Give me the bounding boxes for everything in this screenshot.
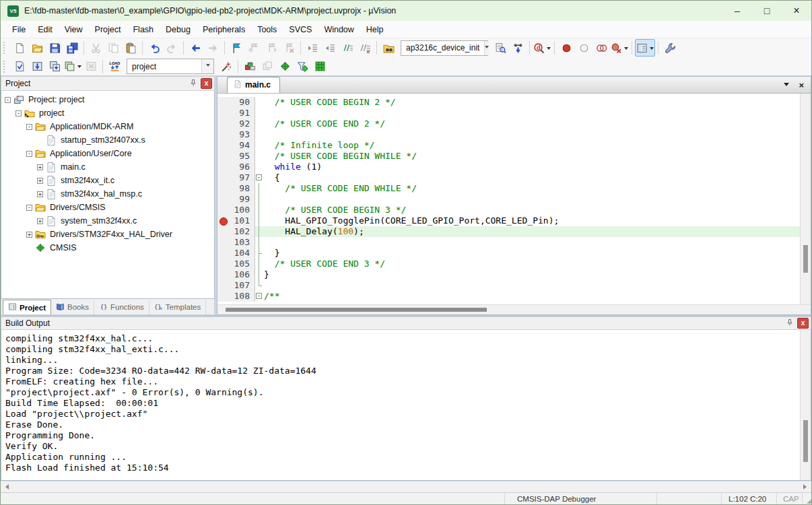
fold-margin[interactable]: [255, 119, 264, 129]
save-button[interactable]: [46, 40, 63, 56]
copy-button[interactable]: [104, 40, 122, 56]
expand-toggle[interactable]: +: [37, 191, 43, 197]
component-filter-button[interactable]: [294, 59, 311, 75]
code-line[interactable]: 107: [217, 280, 800, 291]
stop-build-button[interactable]: [82, 59, 100, 75]
line-number[interactable]: 94: [217, 140, 255, 151]
code-line-highlighted[interactable]: 102 HAL_Delay(100);: [217, 226, 800, 237]
undo-button[interactable]: [145, 40, 163, 56]
find-text-combo[interactable]: ap3216c_device_init: [401, 40, 488, 56]
select-packs-button[interactable]: [276, 59, 294, 75]
tree-item[interactable]: -Application/MDK-ARM: [1, 120, 214, 133]
editor-hscroll-thumb[interactable]: [226, 308, 487, 312]
code-line[interactable]: 90 /* USER CODE BEGIN 2 */: [217, 97, 800, 108]
code-text[interactable]: }: [264, 269, 800, 280]
find-in-files-button[interactable]: [380, 40, 397, 56]
tree-item[interactable]: +system_stm32f4xx.c: [1, 214, 214, 228]
fold-margin[interactable]: [255, 215, 264, 226]
code-text[interactable]: /* USER CODE BEGIN 2 */: [264, 97, 800, 108]
manage-items-button[interactable]: [259, 59, 276, 75]
line-number[interactable]: 96: [217, 162, 255, 172]
code-text[interactable]: [264, 237, 800, 248]
incremental-find-button[interactable]: [509, 40, 527, 56]
code-line[interactable]: 94 /* Infinite loop */: [217, 140, 800, 151]
insert-breakpoint-button[interactable]: [557, 40, 575, 56]
code-line[interactable]: 101 HAL_GPIO_TogglePin(CORE_LED_GPIO_Por…: [217, 215, 800, 226]
save-all-button[interactable]: [63, 40, 81, 56]
redo-button[interactable]: [163, 40, 180, 56]
tab-main-c[interactable]: main.c: [227, 77, 280, 93]
indent-button[interactable]: [304, 40, 321, 56]
select-target-combo-value[interactable]: project: [127, 62, 201, 71]
toggle-breakpoint-button[interactable]: [575, 40, 593, 56]
line-number[interactable]: 98: [217, 183, 255, 194]
panel-tab-project[interactable]: Project: [3, 300, 51, 314]
code-line[interactable]: 106}: [217, 269, 800, 280]
line-number[interactable]: 105: [217, 259, 255, 269]
line-number[interactable]: 99: [217, 194, 255, 205]
fold-margin[interactable]: [255, 183, 264, 194]
menu-peripherals[interactable]: Peripherals: [197, 23, 251, 36]
minimize-button[interactable]: –: [722, 1, 752, 21]
line-number[interactable]: 108: [217, 291, 255, 302]
tree-item[interactable]: -project: [1, 106, 214, 120]
panel-tab-templates[interactable]: {}Templates: [149, 300, 206, 314]
code-text[interactable]: [264, 280, 800, 291]
kill-all-breakpoints-button[interactable]: [610, 40, 629, 56]
menu-file[interactable]: File: [6, 23, 32, 36]
tree-item[interactable]: +Drivers/STM32F4xx_HAL_Driver: [1, 228, 214, 241]
code-text[interactable]: /**: [264, 291, 800, 302]
menu-edit[interactable]: Edit: [32, 23, 59, 36]
fold-margin[interactable]: [255, 226, 264, 237]
code-text[interactable]: /* USER CODE BEGIN WHILE */: [264, 151, 800, 162]
build-output-close-button[interactable]: x: [797, 318, 809, 329]
insert-bookmark-button[interactable]: [228, 40, 245, 56]
code-text[interactable]: /* USER CODE BEGIN 3 */: [264, 205, 800, 215]
close-button[interactable]: ×: [782, 1, 811, 21]
clear-bookmarks-button[interactable]: [280, 40, 298, 56]
collapse-toggle[interactable]: -: [26, 151, 32, 157]
line-number[interactable]: 90: [217, 97, 255, 108]
code-lines[interactable]: 90 /* USER CODE BEGIN 2 */9192 /* USER C…: [217, 94, 800, 304]
tree-item[interactable]: startup_stm32f407xx.s: [1, 133, 214, 147]
build-output-text[interactable]: compiling stm32f4xx_hal.c...compiling st…: [1, 330, 800, 480]
line-number[interactable]: 100: [217, 205, 255, 215]
dropdown-caret-icon[interactable]: [624, 47, 628, 52]
options-target-button[interactable]: [217, 59, 235, 75]
fold-margin[interactable]: [255, 151, 264, 162]
build-output-vertical-scrollbar[interactable]: [800, 330, 811, 480]
code-text[interactable]: {: [264, 172, 800, 183]
configure-button[interactable]: [661, 40, 679, 56]
editor-vscroll-thumb[interactable]: [803, 245, 808, 273]
code-line[interactable]: 96 while (1): [217, 162, 800, 172]
code-text[interactable]: /* Infinite loop */: [264, 140, 800, 151]
code-text[interactable]: [264, 108, 800, 119]
fold-margin[interactable]: -: [255, 172, 264, 183]
next-bookmark-button[interactable]: [263, 40, 280, 56]
runtime-environment-button[interactable]: [241, 59, 259, 75]
code-line[interactable]: 98 /* USER CODE END WHILE */: [217, 183, 800, 194]
collapse-toggle[interactable]: -: [15, 110, 22, 116]
expand-toggle[interactable]: +: [37, 178, 43, 184]
code-text[interactable]: HAL_GPIO_TogglePin(CORE_LED_GPIO_Port,CO…: [264, 215, 800, 226]
tree-item[interactable]: CMSIS: [1, 241, 214, 255]
disable-all-breakpoints-button[interactable]: [593, 40, 610, 56]
open-file-button[interactable]: [28, 40, 46, 56]
tab-list-dropdown-icon[interactable]: [784, 83, 789, 89]
previous-bookmark-button[interactable]: [245, 40, 263, 56]
editor-horizontal-scrollbar[interactable]: [217, 304, 811, 314]
code-line[interactable]: 93: [217, 129, 800, 140]
toolbar-grip[interactable]: [3, 61, 8, 73]
dropdown-caret-icon[interactable]: [547, 47, 551, 52]
fold-margin[interactable]: [255, 280, 264, 291]
pin-icon[interactable]: [188, 79, 199, 89]
select-target-combo-dropdown-icon[interactable]: [201, 59, 213, 73]
new-file-button[interactable]: [11, 40, 28, 56]
load-flash-button[interactable]: LOAD: [106, 59, 123, 75]
editor-vertical-scrollbar[interactable]: [800, 94, 811, 304]
fold-margin[interactable]: [255, 140, 264, 151]
line-number[interactable]: 102: [217, 226, 255, 237]
maximize-button[interactable]: □: [752, 1, 782, 21]
toolbar-grip[interactable]: [3, 42, 8, 54]
code-line[interactable]: 95 /* USER CODE BEGIN WHILE */: [217, 151, 800, 162]
